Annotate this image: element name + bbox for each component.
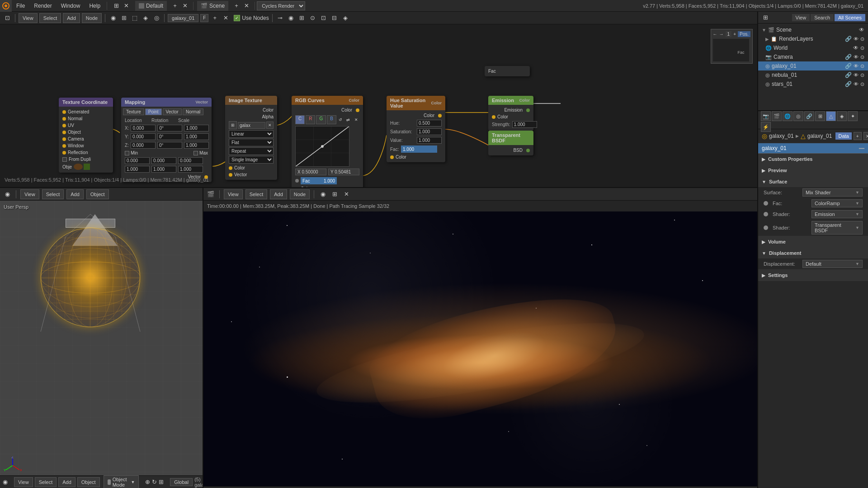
preview-header[interactable]: ▶ Preview [758, 165, 868, 176]
node-mode-2-icon[interactable]: ⊞ [119, 14, 128, 23]
mapping-max-x[interactable] [125, 166, 150, 173]
render-select-btn[interactable]: Select [245, 189, 268, 199]
render-icon2[interactable]: ⊞ [330, 190, 339, 199]
it-flat-select[interactable]: Flat [229, 139, 274, 146]
displacement-header[interactable]: ▼ Displacement [758, 248, 868, 258]
props-render-icon[interactable]: 📷 [761, 111, 771, 121]
props-constraints-icon[interactable]: 🔗 [804, 111, 814, 121]
mapping-max-toggle[interactable]: Max [193, 150, 208, 155]
props-tab-selector[interactable]: Data [835, 132, 851, 140]
props-world-icon[interactable]: 🌐 [783, 111, 793, 121]
ws-close-icon[interactable]: ✕ [180, 1, 189, 10]
node-canvas[interactable]: Texture Coordinate Generated Normal UV O… [0, 24, 757, 187]
mapping-scale-x[interactable] [184, 125, 209, 131]
hs-hue-input[interactable] [417, 120, 442, 127]
node-icon4[interactable]: ⊡ [319, 14, 328, 23]
node-add-btn[interactable]: Add [63, 13, 80, 23]
node-icon3[interactable]: ⊙ [308, 14, 317, 23]
outliner-renderlayers[interactable]: ▶ 📋 RenderLayers 🔗 👁 ⊙ [758, 34, 868, 43]
scene-selector[interactable]: 🎬 Scene [197, 1, 228, 11]
3d-bottom-add-btn[interactable]: Add [58, 477, 75, 487]
it-single-image-select[interactable]: Single Image [229, 156, 274, 164]
rgb-g-btn[interactable]: G [316, 115, 326, 124]
it-source-select[interactable]: Single Image [229, 156, 274, 164]
3d-bottom-select-btn[interactable]: Select [35, 477, 57, 487]
outliner-type-icon[interactable]: ⊞ [761, 13, 770, 22]
node-view-btn[interactable]: View [19, 13, 38, 23]
surface-fac-dot[interactable] [764, 201, 768, 206]
mapping-scale-y[interactable] [184, 133, 209, 140]
rl-cursor[interactable]: ⊙ [860, 36, 864, 42]
menu-help[interactable]: Help [85, 0, 105, 11]
3d-bottom-view-btn[interactable]: View [14, 477, 33, 487]
mapping-min-x[interactable] [125, 157, 150, 164]
3d-view-btn[interactable]: View [20, 189, 39, 199]
screen-close-icon[interactable]: ✕ [122, 1, 131, 10]
mapping-rot-x[interactable] [157, 125, 182, 131]
node-snap-icon[interactable]: + [210, 14, 219, 23]
menu-file[interactable]: File [12, 0, 29, 11]
mapping-tab-vector[interactable]: Vector [163, 108, 182, 115]
mapping-min-z[interactable] [178, 157, 203, 164]
node-texture-coordinate[interactable]: Texture Coordinate Generated Normal UV O… [59, 98, 113, 173]
node-icon5[interactable]: ⊟ [330, 14, 339, 23]
camera-eye[interactable]: 👁 [854, 54, 859, 60]
node-minimap[interactable]: ←→ 1 + Pos. Fac [711, 29, 753, 64]
rgb-c-btn[interactable]: C [295, 115, 305, 124]
rgb-x-value[interactable]: X 0.50000 [295, 169, 326, 175]
render-icon3[interactable]: ✕ [342, 190, 351, 199]
3d-translate-icon[interactable]: ⊕ [145, 478, 150, 487]
menu-window[interactable]: Window [57, 0, 85, 11]
mapping-max-z[interactable] [178, 166, 203, 173]
mapping-rot-y[interactable] [157, 133, 182, 140]
mapping-tab-normal[interactable]: Normal [183, 108, 203, 115]
nebula01-cursor[interactable]: ⊙ [860, 72, 864, 78]
mapping-min-y[interactable] [151, 157, 176, 164]
node-editor-type-icon[interactable]: ⊡ [3, 14, 12, 23]
nebula01-eye[interactable]: 👁 [854, 72, 859, 78]
surface-header[interactable]: ▼ Surface [758, 176, 868, 187]
3d-bottom-type-icon[interactable]: ◉ [3, 478, 8, 487]
rgb-curve-display[interactable] [295, 126, 349, 167]
screen-full-icon[interactable]: ⊞ [112, 1, 121, 10]
node-select-btn[interactable]: Select [39, 13, 61, 23]
props-name-field[interactable]: galaxy_01 ━━ [758, 143, 868, 154]
galaxy01-eye[interactable]: 👁 [854, 63, 859, 69]
mapping-max-y[interactable] [151, 166, 176, 173]
props-obj-selector[interactable]: ◎ galaxy_01 ▶ △ galaxy_01 [762, 132, 832, 140]
surface-surface-value[interactable]: Mix Shader ▼ [802, 188, 863, 197]
rl-eye[interactable]: 👁 [854, 36, 859, 42]
hs-sat-input[interactable] [417, 128, 442, 135]
mapping-rot-z[interactable] [157, 142, 182, 149]
3d-scale-icon[interactable]: ⊞ [159, 478, 164, 487]
props-particles-icon[interactable]: ✦ [848, 111, 858, 121]
displacement-field-value[interactable]: Default ▼ [802, 260, 863, 268]
node-mode-5-icon[interactable]: ◎ [152, 14, 161, 23]
rgb-r-btn[interactable]: R [306, 115, 315, 124]
3d-bottom-object-btn[interactable]: Object [77, 477, 100, 487]
ws-add-icon[interactable]: + [170, 1, 179, 10]
node-icon6[interactable]: ◈ [341, 14, 350, 23]
it-image-close[interactable]: ✕ [266, 122, 274, 129]
mapping-scale-z[interactable] [184, 142, 209, 149]
volume-header[interactable]: ▶ Volume [758, 236, 868, 247]
node-object-selector[interactable]: galaxy_01 [168, 14, 198, 22]
use-nodes-checkbox[interactable]: ✓ [234, 15, 240, 21]
node-mode-3-icon[interactable]: ⬚ [130, 14, 139, 23]
outliner-scene[interactable]: ▼ 🎬 Scene 👁 [758, 25, 868, 34]
surface-fac-value[interactable]: ColorRamp ▼ [811, 199, 863, 207]
mapping-loc-z[interactable] [131, 142, 156, 149]
settings-header[interactable]: ▶ Settings [758, 270, 868, 281]
it-extend-select[interactable]: Repeat [229, 147, 274, 155]
props-add-btn[interactable]: + [854, 132, 862, 140]
world-cursor[interactable]: ⊙ [860, 45, 864, 51]
outliner-view-tab[interactable]: View [792, 14, 810, 21]
rgb-b-btn[interactable]: B [327, 115, 336, 124]
scene-close-icon[interactable]: ✕ [242, 1, 251, 10]
it-proj-select[interactable]: Flat [229, 139, 274, 146]
rgb-y-value[interactable]: Y 0.50481 [328, 169, 359, 175]
em-strength-input[interactable] [512, 121, 537, 128]
node-view-icon2[interactable]: ⊞ [297, 14, 307, 23]
menu-render[interactable]: Render [29, 0, 56, 11]
outliner-search-tab[interactable]: Search [811, 14, 834, 21]
